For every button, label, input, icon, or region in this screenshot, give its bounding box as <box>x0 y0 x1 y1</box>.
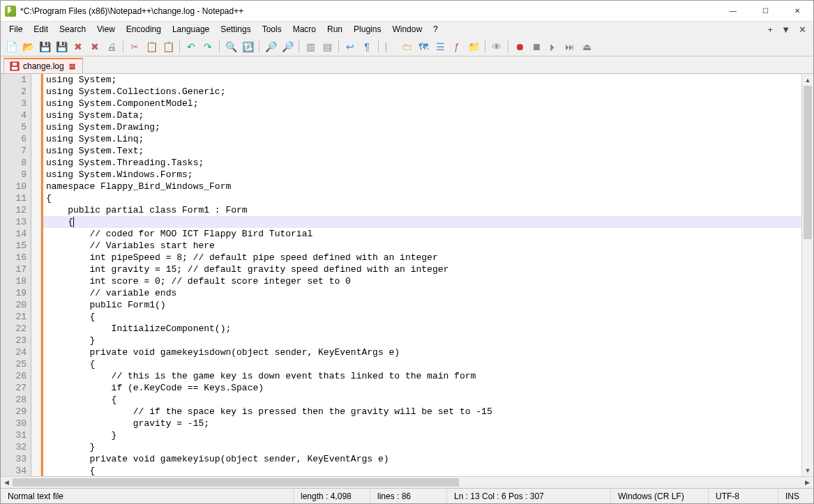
code-line[interactable]: { <box>43 394 801 406</box>
horizontal-scrollbar[interactable]: ◀ ▶ <box>1 476 813 488</box>
print-icon[interactable]: 🖨 <box>104 39 119 54</box>
code-line[interactable]: InitializeComponent(); <box>43 323 801 335</box>
toolbar-plus-icon[interactable]: + <box>764 24 778 35</box>
code-line[interactable]: } <box>43 441 801 453</box>
close-button[interactable]: ✕ <box>781 1 813 22</box>
code-line[interactable]: { <box>43 216 801 228</box>
code-line[interactable]: { <box>43 192 801 204</box>
monitor-icon[interactable]: 👁 <box>489 39 504 54</box>
status-eol[interactable]: Windows (CR LF) <box>611 489 709 503</box>
all-chars-icon[interactable]: ¶ <box>359 39 375 54</box>
code-line[interactable]: { <box>43 311 801 323</box>
line-number-gutter[interactable]: 1234567891011121314151617181920212223242… <box>1 74 31 476</box>
code-line[interactable]: int pipeSpeed = 8; // default pipe speed… <box>43 252 801 264</box>
code-line[interactable]: // variable ends <box>43 287 801 299</box>
replace-icon[interactable]: 🔃 <box>240 39 255 54</box>
undo-icon[interactable]: ↶ <box>183 39 199 54</box>
fold-column[interactable] <box>31 74 41 476</box>
status-insert-mode[interactable]: INS <box>778 489 813 503</box>
toolbar-close-icon[interactable]: ✕ <box>794 24 811 35</box>
code-line[interactable]: // Variables start here <box>43 240 801 252</box>
indent-guide-icon[interactable]: ⎸ <box>382 39 398 54</box>
play-multi-icon[interactable]: ⏭ <box>562 39 578 54</box>
play-icon[interactable]: ⏵ <box>545 39 561 54</box>
code-line[interactable]: using System.Text; <box>43 145 801 157</box>
copy-icon[interactable]: 📋 <box>144 39 159 54</box>
code-line[interactable]: if (e.KeyCode == Keys.Space) <box>43 382 801 394</box>
menu-tools[interactable]: Tools <box>257 23 287 36</box>
record-icon[interactable]: ⏺ <box>512 39 527 54</box>
status-encoding[interactable]: UTF-8 <box>709 489 778 503</box>
code-line[interactable]: using System.Data; <box>43 109 801 121</box>
hscroll-thumb[interactable] <box>13 478 459 487</box>
save-file-icon[interactable]: 💾 <box>37 39 52 54</box>
code-line[interactable]: // this is the game key is down event th… <box>43 370 801 382</box>
scroll-down-icon[interactable]: ▼ <box>802 464 813 476</box>
menu-run[interactable]: Run <box>322 23 348 36</box>
save-all-icon[interactable]: 💾 <box>54 39 69 54</box>
menu-encoding[interactable]: Encoding <box>121 23 167 36</box>
code-line[interactable]: // if the space key is pressed then the … <box>43 406 801 418</box>
stop-icon[interactable]: ⏹ <box>529 39 544 54</box>
tab-changelog[interactable]: change.log ⊠ <box>3 58 83 73</box>
zoom-out-icon[interactable]: 🔎 <box>280 39 295 54</box>
new-file-icon[interactable]: 📄 <box>3 39 19 54</box>
code-line[interactable]: public Form1() <box>43 299 801 311</box>
vertical-scrollbar[interactable]: ▲ ▼ <box>801 74 813 476</box>
close-file-icon[interactable]: ✖ <box>70 39 86 54</box>
doc-list-icon[interactable]: ☰ <box>432 39 448 54</box>
find-icon[interactable]: 🔍 <box>223 39 239 54</box>
menu-search[interactable]: Search <box>54 23 91 36</box>
code-line[interactable]: namespace Flappy_Bird_Windows_Form <box>43 181 801 192</box>
tab-close-icon[interactable]: ⊠ <box>68 62 77 71</box>
menu-window[interactable]: Window <box>386 23 428 36</box>
code-editor[interactable]: using System;using System.Collections.Ge… <box>43 74 801 476</box>
toolbar-dropdown-icon[interactable]: ▼ <box>777 24 794 35</box>
menu-language[interactable]: Language <box>167 23 215 36</box>
code-line[interactable]: { <box>43 358 801 370</box>
code-line[interactable]: public partial class Form1 : Form <box>43 204 801 216</box>
cut-icon[interactable]: ✂ <box>127 39 142 54</box>
func-list-icon[interactable]: ƒ <box>449 39 465 54</box>
wordwrap-icon[interactable]: ↩ <box>342 39 358 54</box>
code-line[interactable]: using System.ComponentModel; <box>43 98 801 109</box>
menu-settings[interactable]: Settings <box>215 23 256 36</box>
menu-macro[interactable]: Macro <box>287 23 322 36</box>
code-line[interactable]: private void gamekeyisup(object sender, … <box>43 453 801 465</box>
code-line[interactable]: using System.Linq; <box>43 133 801 145</box>
code-line[interactable]: int gravity = 15; // default gravity spe… <box>43 264 801 275</box>
code-line[interactable]: } <box>43 335 801 346</box>
code-line[interactable]: using System.Threading.Tasks; <box>43 157 801 169</box>
menu-file[interactable]: File <box>3 23 28 36</box>
code-line[interactable]: } <box>43 429 801 441</box>
code-line[interactable]: using System.Drawing; <box>43 121 801 133</box>
maximize-button[interactable]: ☐ <box>749 1 781 22</box>
open-file-icon[interactable]: 📂 <box>20 39 36 54</box>
save-macro-icon[interactable]: ⏏ <box>579 39 594 54</box>
scroll-left-icon[interactable]: ◀ <box>1 477 13 488</box>
minimize-button[interactable]: — <box>717 1 749 22</box>
menu-[interactable]: ? <box>428 23 444 36</box>
code-line[interactable]: using System.Windows.Forms; <box>43 169 801 181</box>
menu-view[interactable]: View <box>91 23 121 36</box>
vscroll-thumb[interactable] <box>804 86 812 239</box>
code-line[interactable]: // coded for MOO ICT Flappy Bird Tutoria… <box>43 228 801 240</box>
doc-map-icon[interactable]: 🗺 <box>416 39 431 54</box>
lang-icon[interactable]: 🗀 <box>399 39 414 54</box>
scroll-right-icon[interactable]: ▶ <box>801 477 813 488</box>
scroll-up-icon[interactable]: ▲ <box>802 74 813 86</box>
code-line[interactable]: using System; <box>43 74 801 86</box>
code-line[interactable]: using System.Collections.Generic; <box>43 86 801 98</box>
code-line[interactable]: int score = 0; // default score integer … <box>43 275 801 287</box>
code-line[interactable]: { <box>43 465 801 476</box>
redo-icon[interactable]: ↷ <box>200 39 216 54</box>
folder-icon[interactable]: 📁 <box>466 39 481 54</box>
menu-edit[interactable]: Edit <box>28 23 54 36</box>
zoom-in-icon[interactable]: 🔎 <box>263 39 278 54</box>
paste-icon[interactable]: 📋 <box>160 39 176 54</box>
close-all-icon[interactable]: ✖ <box>87 39 103 54</box>
menu-plugins[interactable]: Plugins <box>348 23 386 36</box>
sync-v-icon[interactable]: ▥ <box>303 39 318 54</box>
sync-h-icon[interactable]: ▤ <box>319 39 335 54</box>
code-line[interactable]: private void gamekeyisdown(object sender… <box>43 346 801 358</box>
